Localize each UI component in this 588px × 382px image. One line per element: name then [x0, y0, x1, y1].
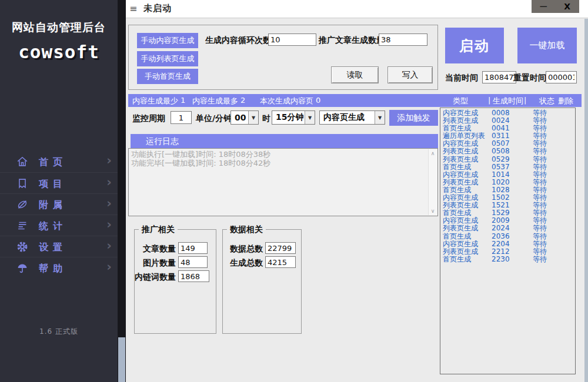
current-time-label: 当前时间 [445, 73, 478, 83]
minimize-button[interactable]: — [532, 0, 556, 13]
chevron-down-icon: ▼ [375, 111, 385, 124]
task-time: 1020 [492, 179, 510, 186]
task-row[interactable]: 列表页生成 0529 等待 [440, 156, 575, 163]
loop-count-label: 生成内容循环次数 [205, 35, 271, 46]
monitor-period-input[interactable] [171, 111, 192, 124]
task-type: 首页生成 [443, 256, 471, 263]
inner-link-total-input[interactable] [178, 270, 209, 282]
sidebar-item-help[interactable]: 帮助 › [0, 257, 118, 278]
col-header-type: 类型 [453, 96, 468, 106]
task-row[interactable]: 内容页生成 1014 等待 [440, 171, 575, 179]
write-button[interactable]: 写入 [387, 66, 433, 83]
min-gen-value: 1 [181, 96, 185, 105]
run-log-box: 功能执行[一键加载]时间: 18时08分38秒 功能完毕[一键加载]时间: 18… [128, 148, 438, 216]
task-status: 等待 [533, 132, 547, 140]
image-total-input[interactable] [178, 256, 208, 268]
manual-list-page-button[interactable]: 手动列表页生成 [137, 51, 198, 66]
manual-home-page-button[interactable]: 手动首页生成 [137, 69, 198, 84]
task-type: 首页生成 [443, 163, 471, 171]
data-groupbox: 数据相关 数据总数 生成总数 [222, 229, 302, 334]
sidebar-item-settings[interactable]: 设置 › [0, 236, 118, 257]
hour-suffix-label: 时 [262, 113, 270, 124]
task-status: 等待 [533, 224, 547, 232]
titlebar: ≡ 未启动 — X [126, 0, 588, 18]
loop-count-input[interactable] [268, 33, 316, 46]
task-type: 列表页生成 [443, 156, 478, 163]
task-status: 等待 [533, 209, 547, 217]
minute-select[interactable]: 15分钟 ▼ [272, 110, 315, 125]
start-button[interactable]: 启动 [445, 28, 504, 63]
task-time: 1529 [492, 209, 510, 217]
scroll-down-icon[interactable]: ∨ [429, 208, 437, 214]
task-row[interactable]: 列表页生成 1020 等待 [440, 179, 575, 186]
app-title: 网站自动管理后台 [0, 20, 118, 35]
min-gen-label: 内容生成最少 [132, 96, 178, 106]
attach-icon [16, 198, 29, 211]
chevron-down-icon: ▼ [305, 111, 315, 124]
sidebar-item-stats[interactable]: 统计 › [0, 215, 118, 236]
generated-total-input[interactable] [265, 256, 296, 268]
task-status: 等待 [533, 240, 547, 248]
close-button[interactable]: X [556, 0, 580, 13]
read-button[interactable]: 读取 [331, 66, 379, 83]
task-time: 0537 [492, 163, 510, 171]
task-status: 等待 [533, 163, 547, 171]
task-time: 1502 [492, 194, 510, 202]
task-row[interactable]: 列表页生成 0508 等待 [440, 148, 575, 155]
add-trigger-button[interactable]: 添加触发 [389, 110, 438, 126]
task-row[interactable]: 列表页生成 2212 等待 [440, 248, 575, 256]
task-time: 0008 [492, 109, 510, 117]
reset-time-input[interactable] [546, 71, 577, 83]
image-total-label: 图片数量 [135, 258, 176, 269]
task-status: 等待 [533, 109, 547, 117]
delete-column-button[interactable]: 删除 [558, 96, 573, 106]
sidebar-item-project[interactable]: 项目 › [0, 172, 118, 193]
task-status: 等待 [533, 202, 547, 209]
col-header-time: 生成时间 [493, 96, 523, 106]
task-time: 0508 [492, 148, 510, 155]
log-scrollbar[interactable]: ∧ ∨ [428, 149, 437, 215]
sidebar-item-attach[interactable]: 附属 › [0, 193, 118, 215]
task-row[interactable]: 内容页生成 2204 等待 [440, 240, 575, 248]
trigger-type-select[interactable]: 内容页生成 ▼ [319, 110, 385, 125]
task-type: 遍历单页列表 [443, 132, 485, 140]
manual-content-page-button[interactable]: 手动内容页生成 [137, 33, 198, 48]
task-type: 列表页生成 [443, 202, 478, 209]
task-list: 内容页生成 0008 等待 列表页生成 0024 等待 首页生成 0041 等待… [440, 109, 575, 263]
task-time: 2230 [492, 256, 510, 263]
task-row[interactable]: 首页生成 0537 等待 [440, 163, 575, 171]
task-status: 等待 [533, 125, 547, 132]
task-time: 2036 [492, 233, 510, 240]
task-status: 等待 [533, 156, 547, 163]
current-time-input[interactable] [482, 71, 516, 83]
article-total-input[interactable] [178, 242, 208, 254]
max-gen-value: 2 [240, 96, 245, 105]
task-status: 等待 [533, 248, 547, 256]
hour-select[interactable]: 00 ▼ [230, 110, 259, 125]
task-row[interactable]: 首页生成 2036 等待 [440, 233, 575, 240]
task-time: 1028 [492, 186, 510, 194]
col-separator: | [488, 96, 490, 105]
max-gen-label: 内容生成最多 [192, 96, 238, 106]
chevron-right-icon: › [106, 260, 112, 274]
one-key-load-button[interactable]: 一键加载 [517, 28, 577, 63]
task-status: 等待 [533, 171, 547, 179]
article-count-input[interactable] [379, 33, 427, 46]
hamburger-menu-icon[interactable]: ≡ [129, 3, 137, 14]
sidebar-item-home[interactable]: 首页 › [0, 151, 118, 172]
task-status: 等待 [533, 186, 547, 194]
data-total-input[interactable] [265, 242, 296, 254]
umbrella-icon [16, 262, 29, 274]
task-row[interactable]: 首页生成 2230 等待 [440, 256, 575, 263]
app-window: 网站自动管理后台 cowsoft 首页 › 项目 › 附属 [0, 0, 588, 382]
task-time: 0041 [492, 125, 510, 132]
task-type: 列表页生成 [443, 248, 478, 256]
unit-label: 单位/分钟 [196, 113, 232, 124]
scroll-up-icon[interactable]: ∧ [429, 150, 437, 156]
task-row[interactable]: 列表页生成 2024 等待 [440, 224, 575, 232]
article-count-label: 推广文章生成数量 [319, 35, 385, 46]
run-log-content: 功能执行[一键加载]时间: 18时08分38秒 功能完毕[一键加载]时间: 18… [131, 150, 426, 167]
col-header-status: 状态 [539, 96, 554, 106]
chevron-right-icon: › [106, 217, 112, 232]
log-line: 功能执行[一键加载]时间: 18时08分38秒 [131, 150, 426, 159]
